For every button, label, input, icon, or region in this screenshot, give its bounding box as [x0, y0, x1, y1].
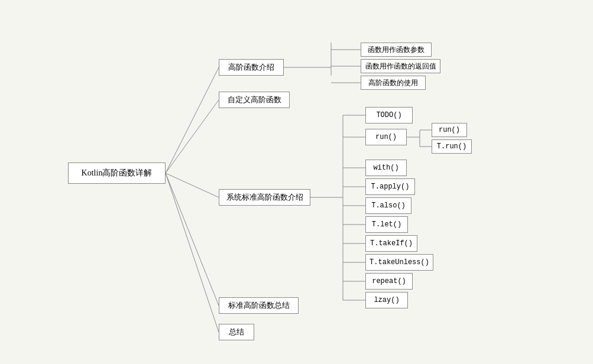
node-higher-order-usage: 高阶函数的使用 — [361, 76, 426, 90]
node-higher-order-intro: 高阶函数介绍 — [219, 59, 284, 76]
root-node: Kotlin高阶函数详解 — [68, 162, 166, 184]
node-t-apply: T.apply() — [365, 178, 415, 195]
node-t-also: T.also() — [365, 197, 411, 214]
node-func-as-param: 函数用作函数参数 — [361, 43, 432, 57]
node-run-1: run() — [432, 123, 467, 137]
svg-line-0 — [166, 67, 219, 173]
node-t-takeunless: T.takeUnless() — [365, 254, 433, 271]
svg-line-4 — [166, 173, 219, 332]
node-lzay: lzay() — [365, 292, 408, 308]
svg-line-3 — [166, 173, 219, 306]
node-repeat: repeat() — [365, 273, 413, 290]
node-t-takeif: T.takeIf() — [365, 235, 417, 252]
svg-line-1 — [166, 100, 219, 173]
node-with: with() — [365, 160, 407, 176]
node-t-let: T.let() — [365, 216, 408, 233]
node-run: run() — [365, 129, 407, 145]
node-std-summary: 标准高阶函数总结 — [219, 297, 299, 314]
node-custom-higher-order: 自定义高阶函数 — [219, 92, 290, 108]
node-system-std-intro: 系统标准高阶函数介绍 — [219, 189, 310, 206]
node-func-as-return: 函数用作函数的返回值 — [361, 59, 440, 73]
node-todo: TODO() — [365, 107, 413, 124]
node-t-run: T.run() — [432, 139, 472, 154]
node-summary: 总结 — [219, 324, 254, 340]
mind-map-canvas: Kotlin高阶函数详解 高阶函数介绍 自定义高阶函数 系统标准高阶函数介绍 标… — [0, 0, 593, 364]
